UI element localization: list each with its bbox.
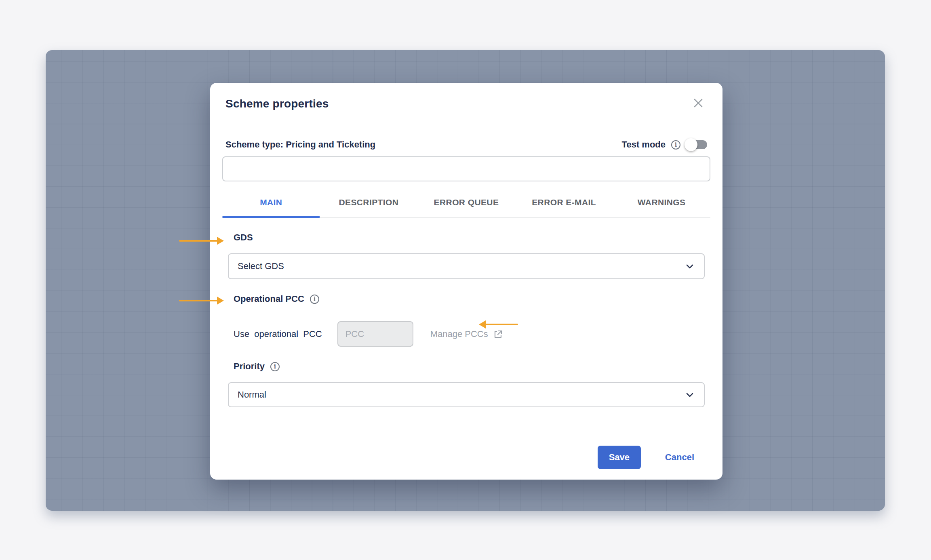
tab-error-queue[interactable]: ERROR QUEUE — [417, 189, 515, 217]
use-operational-pcc-label: Use operational PCC — [234, 329, 322, 339]
tab-description[interactable]: DESCRIPTION — [320, 189, 418, 217]
test-mode-group: Test mode — [622, 139, 707, 150]
test-mode-label: Test mode — [622, 139, 666, 150]
close-button[interactable] — [692, 97, 705, 109]
cancel-button[interactable]: Cancel — [665, 452, 694, 463]
dialog-header: Scheme properties — [222, 97, 710, 110]
pcc-input[interactable] — [337, 321, 413, 347]
tab-description-label: DESCRIPTION — [339, 198, 398, 207]
manage-pccs-label: Manage PCCs — [430, 329, 488, 339]
priority-select[interactable]: Normal — [228, 382, 705, 407]
priority-select-value: Normal — [238, 389, 266, 400]
dialog-title: Scheme properties — [225, 97, 329, 110]
tab-error-queue-label: ERROR QUEUE — [434, 198, 499, 207]
gds-label: GDS — [234, 232, 253, 243]
info-icon[interactable] — [270, 362, 280, 371]
scheme-type-row: Scheme type: Pricing and Ticketing Test … — [225, 139, 707, 150]
gds-select[interactable]: Select GDS — [228, 253, 705, 279]
operational-pcc-label-row: Operational PCC — [234, 294, 705, 304]
tab-warnings-label: WARNINGS — [638, 198, 686, 207]
callout-arrow-manage-pccs — [485, 324, 518, 325]
external-link-icon — [493, 329, 503, 339]
page: Scheme properties Scheme type: Pricing a… — [0, 0, 931, 560]
chevron-down-icon — [685, 389, 695, 400]
callout-arrow-gds — [179, 240, 218, 242]
gds-select-value: Select GDS — [238, 261, 284, 272]
operational-pcc-label: Operational PCC — [234, 294, 304, 304]
save-button[interactable]: Save — [598, 446, 641, 469]
info-icon[interactable] — [310, 295, 319, 304]
priority-label: Priority — [234, 361, 265, 372]
tab-error-email[interactable]: ERROR E-MAIL — [515, 189, 613, 217]
gds-label-row: GDS — [234, 232, 705, 243]
tab-warnings[interactable]: WARNINGS — [613, 189, 710, 217]
callout-arrow-operational-pcc — [179, 300, 218, 301]
priority-label-row: Priority — [234, 361, 705, 372]
toggle-thumb — [685, 138, 697, 151]
tab-bar: MAIN DESCRIPTION ERROR QUEUE ERROR E-MAI… — [222, 189, 710, 218]
use-operational-pcc-row: Use operational PCC Manage PCCs — [234, 321, 705, 347]
manage-pccs-link[interactable]: Manage PCCs — [430, 329, 503, 339]
dialog-actions: Save Cancel — [210, 446, 722, 469]
main-tab-panel: GDS Select GDS Operational PCC Use opera… — [222, 232, 710, 407]
scheme-type-label: Scheme type: Pricing and Ticketing — [225, 139, 375, 150]
test-mode-toggle[interactable] — [686, 140, 707, 149]
scheme-name-input[interactable] — [222, 156, 710, 181]
tab-main[interactable]: MAIN — [222, 189, 320, 217]
chevron-down-icon — [685, 261, 695, 272]
close-icon — [693, 98, 704, 108]
tab-main-label: MAIN — [260, 198, 282, 207]
info-icon[interactable] — [671, 140, 680, 149]
scheme-properties-dialog: Scheme properties Scheme type: Pricing a… — [210, 83, 722, 480]
tab-error-email-label: ERROR E-MAIL — [532, 198, 596, 207]
